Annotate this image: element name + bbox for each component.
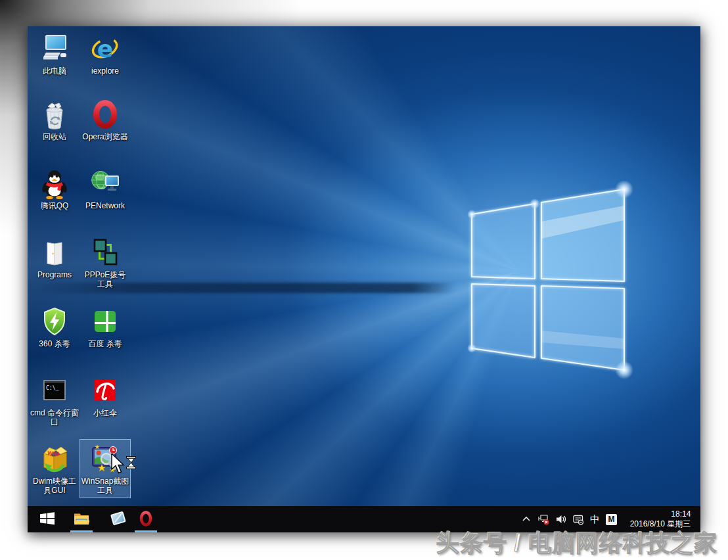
desktop-icon-label: Programs [37, 270, 72, 279]
desktop-icon-qq[interactable]: 腾讯QQ [30, 164, 80, 210]
avira-umbrella-icon [89, 375, 121, 406]
desktop-icon-label: 360 杀毒 [39, 339, 70, 348]
desktop-icon-label: 腾讯QQ [41, 201, 69, 210]
watermark-text: 头条号 / 电脑网络科技之家 [436, 528, 717, 559]
penetwork-icon [89, 168, 121, 199]
desktop-icon-avira[interactable]: 小红伞 [80, 371, 130, 417]
taskbar-opera-button[interactable] [131, 506, 160, 532]
windows-desktop-screenshot: 此电脑 e iexplore [28, 26, 700, 532]
desktop-icon-opera[interactable]: Opera浏览器 [80, 95, 130, 141]
360-shield-icon [39, 306, 70, 337]
svg-text:C:\_: C:\_ [46, 385, 58, 391]
desktop-icon-label: cmd 命令行窗口 [30, 408, 79, 427]
desktop-icon-label: 此电脑 [43, 66, 66, 76]
ime-badge-letter: M [606, 514, 617, 525]
wim-box-icon: WIM [39, 443, 70, 475]
this-pc-icon [39, 33, 70, 64]
desktop-icon-label: 小红伞 [93, 408, 117, 417]
hourglass-icon [127, 457, 136, 469]
display-icon [109, 510, 127, 529]
svg-text:e: e [97, 35, 113, 62]
running-indicator [135, 530, 157, 532]
desktop-icon-this-pc[interactable]: 此电脑 [30, 29, 80, 76]
pppoe-dialer-icon [89, 237, 121, 268]
taskbar-file-explorer-button[interactable] [67, 506, 96, 532]
running-indicator [70, 530, 93, 532]
desktop-icon-label: PPPoE拨号工具 [81, 270, 129, 289]
desktop-icon-label: iexplore [91, 66, 119, 76]
desktop-icon-pppoe[interactable]: PPPoE拨号工具 [80, 233, 130, 289]
desktop-icon-label: Opera浏览器 [82, 132, 127, 141]
desktop-icon-baidu-av[interactable]: 百度 杀毒 [80, 302, 130, 348]
cmd-terminal-icon: C:\_ [39, 375, 70, 406]
file-explorer-icon [72, 511, 91, 528]
desktop-icon-label: 百度 杀毒 [88, 339, 122, 348]
mouse-cursor-busy [110, 454, 138, 480]
qq-penguin-icon [39, 168, 70, 199]
desktop-icon-label: 回收站 [43, 132, 66, 141]
desktop-icon-dwim[interactable]: WIM Dwim映像工具GUI [30, 439, 80, 495]
opera-icon [137, 510, 154, 529]
page-background: 此电脑 e iexplore [0, 0, 728, 560]
start-button[interactable] [33, 506, 62, 532]
internet-explorer-icon: e [89, 33, 121, 64]
desktop-icon-label: PENetwork [85, 201, 125, 210]
desktop-icon-programs[interactable]: Programs [30, 233, 80, 279]
recycle-bin-icon [39, 99, 70, 130]
desktop-icon-360[interactable]: 360 杀毒 [30, 302, 80, 348]
windows-hero-logo [455, 181, 639, 385]
desktop-icon-label: Dwim映像工具GUI [30, 477, 79, 495]
baidu-antivirus-icon [89, 306, 121, 337]
clock-time: 18:14 [630, 509, 691, 519]
desktop-icon-iexplore[interactable]: e iexplore [80, 29, 130, 76]
desktop-icon-cmd[interactable]: C:\_ cmd 命令行窗口 [30, 371, 80, 427]
svg-text:WIM: WIM [47, 450, 59, 457]
desktop-icon-penetwork[interactable]: PENetwork [80, 164, 130, 210]
programs-folder-icon [39, 237, 70, 268]
desktop-icon-recycle-bin[interactable]: 回收站 [30, 95, 80, 141]
windows-logo-icon [39, 510, 56, 529]
taskbar-display-tool-button[interactable] [104, 506, 133, 532]
opera-icon [89, 99, 121, 130]
